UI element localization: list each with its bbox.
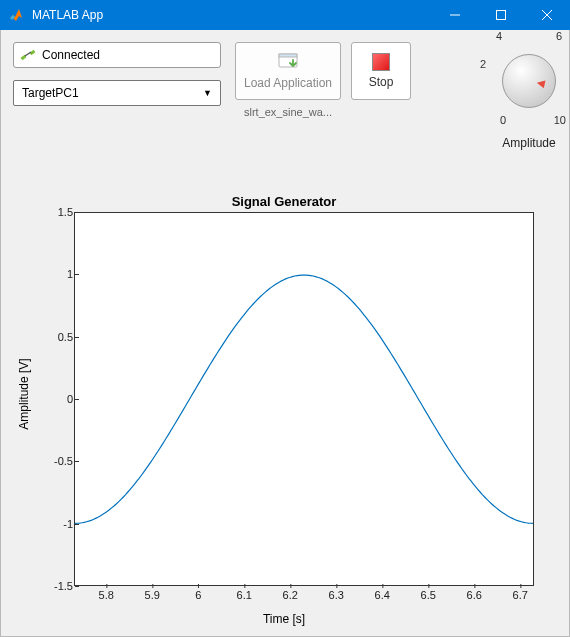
stop-button[interactable]: Stop <box>351 42 411 100</box>
ytick: 0.5 <box>58 331 73 343</box>
svg-rect-8 <box>279 54 297 57</box>
xtick: 6.7 <box>513 589 528 601</box>
knob-tick-10: 10 <box>554 114 566 126</box>
xtick: 6.5 <box>421 589 436 601</box>
chart-line <box>75 213 533 585</box>
maximize-button[interactable] <box>478 0 524 30</box>
close-button[interactable] <box>524 0 570 30</box>
chart: Signal Generator Amplitude [V] -1.5-1-0.… <box>19 194 549 626</box>
load-application-button[interactable]: Load Application slrt_ex_sine_wa... <box>235 42 341 100</box>
xtick: 6.1 <box>237 589 252 601</box>
minimize-button[interactable] <box>432 0 478 30</box>
connected-icon <box>20 47 36 63</box>
window-title: MATLAB App <box>32 8 103 22</box>
knob-tick-2: 2 <box>480 58 486 70</box>
knob-tick-4: 4 <box>496 30 502 42</box>
toolbar: Connected TargetPC1 ▼ Load Application s… <box>13 42 557 172</box>
amplitude-knob-group: 0 2 4 6 8 10 Amplitude <box>489 46 569 150</box>
titlebar: MATLAB App <box>0 0 570 30</box>
xtick: 6.4 <box>375 589 390 601</box>
load-application-icon <box>277 52 299 72</box>
svg-rect-1 <box>497 11 506 20</box>
amplitude-label: Amplitude <box>489 136 569 150</box>
chart-axes[interactable] <box>74 212 534 586</box>
ytick: -1 <box>63 518 73 530</box>
load-application-subtext: slrt_ex_sine_wa... <box>236 106 340 118</box>
ytick: 1.5 <box>58 206 73 218</box>
connection-status-box[interactable]: Connected <box>13 42 221 68</box>
matlab-icon <box>8 7 24 23</box>
ytick: -1.5 <box>54 580 73 592</box>
xtick: 6.2 <box>283 589 298 601</box>
svg-line-6 <box>25 52 31 56</box>
chevron-down-icon: ▼ <box>203 88 212 98</box>
xtick: 5.8 <box>99 589 114 601</box>
target-selected-label: TargetPC1 <box>22 86 79 100</box>
xtick: 5.9 <box>145 589 160 601</box>
stop-icon <box>372 53 390 71</box>
chart-title: Signal Generator <box>19 194 549 209</box>
load-application-label: Load Application <box>244 76 332 90</box>
ytick: 1 <box>67 268 73 280</box>
stop-button-label: Stop <box>369 75 394 89</box>
connection-status-label: Connected <box>42 48 100 62</box>
xtick: 6 <box>195 589 201 601</box>
target-dropdown[interactable]: TargetPC1 ▼ <box>13 80 221 106</box>
ytick: 0 <box>67 393 73 405</box>
app-body: Connected TargetPC1 ▼ Load Application s… <box>0 30 570 637</box>
knob-ticks: 0 2 4 6 8 10 <box>486 38 570 124</box>
ytick: -0.5 <box>54 455 73 467</box>
knob-tick-6: 6 <box>556 30 562 42</box>
xtick: 6.3 <box>329 589 344 601</box>
chart-xlabel: Time [s] <box>19 612 549 626</box>
xtick: 6.6 <box>467 589 482 601</box>
knob-tick-0: 0 <box>500 114 506 126</box>
